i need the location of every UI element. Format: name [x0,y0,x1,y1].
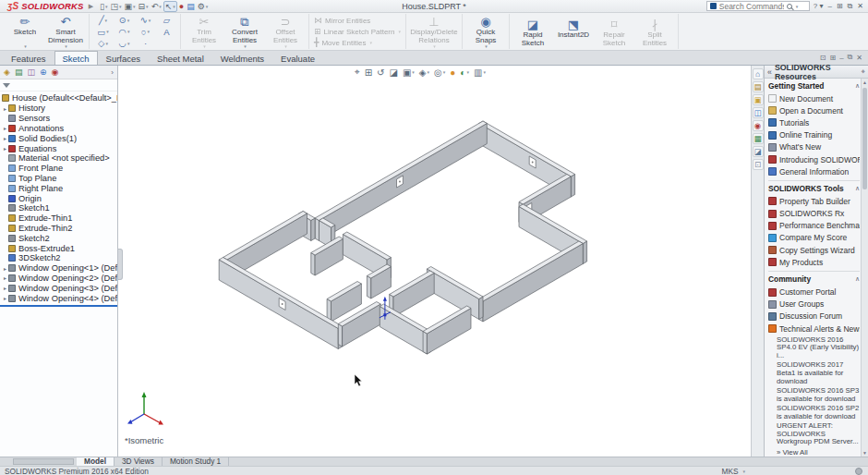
news-item-link[interactable]: URGENT ALERT: SOLIDWORKS Workgroup PDM S… [777,422,860,446]
compare-my-score-link[interactable]: Compare My Score [768,232,860,244]
new-file-icon[interactable]: ▯▾ [99,1,108,12]
search-input[interactable] [719,2,784,11]
collapse-section-icon[interactable]: ∧ [855,275,860,283]
performance-benchmark-test-link[interactable]: Performance Benchmark Test [768,220,860,232]
scrollbar-thumb[interactable] [862,88,867,189]
scroll-up-icon[interactable]: ▲ [862,79,867,85]
featuremanager-tree-tab[interactable]: ◈ [4,67,10,79]
print-icon[interactable]: ⊟▾ [138,1,150,12]
dropdown-caret-icon[interactable]: ▾ [127,41,130,46]
user-tags-tab[interactable]: ⊡ [753,159,764,170]
open-a-document-link[interactable]: Open a Document [768,104,860,116]
tags-icon[interactable] [855,468,862,475]
tab-sketch[interactable]: Sketch [54,51,98,65]
new-window-icon[interactable]: ⊞ [829,54,836,62]
tab-surfaces[interactable]: Surfaces [98,51,150,65]
tree-item-history[interactable]: ▸History [0,104,117,114]
expand-arrow-icon[interactable]: ▸ [2,145,8,152]
panel-splitter-handle[interactable] [118,249,123,280]
wall-face[interactable] [219,260,338,349]
slot-tool-button[interactable]: ◇▾ [92,37,114,49]
dropdown-caret-icon[interactable]: ▾ [106,29,109,34]
ellipse-tool-button[interactable]: ○▾ [135,26,156,38]
file-explorer-tab[interactable]: ▣ [753,94,764,105]
minimize-button[interactable]: – [827,1,831,12]
view-all-link[interactable]: » View All [777,448,860,457]
tree-item-sensors[interactable]: Sensors [0,114,117,124]
view-settings-button[interactable]: ▥▾ [474,67,486,78]
tree-item-window-opening-2-default[interactable]: ▸Window Opening<2> (Default) [0,274,117,284]
wall-face[interactable] [338,324,342,347]
tree-item-3dsketch2[interactable]: 3DSketch2 [0,253,117,263]
fillet-tool-button[interactable]: ◡▾ [114,37,135,49]
introducing-solidworks-link[interactable]: Introducing SOLIDWORKS [768,153,860,165]
tab-sheet-metal[interactable]: Sheet Metal [149,51,212,65]
dropdown-caret-icon[interactable]: ▾ [127,29,130,34]
dropdown-caret-icon[interactable]: ▾ [149,18,151,23]
built-in-libraries-tab[interactable]: ◪ [753,146,764,157]
tutorials-link[interactable]: Tutorials [768,116,860,128]
expand-arrow-icon[interactable]: ▸ [2,265,8,272]
expand-arrow-icon[interactable]: ▸ [2,285,8,291]
view-orientation-button[interactable]: ▣▾ [403,67,415,78]
tree-item-window-opening-3-default[interactable]: ▸Window Opening<3> (Default) [0,283,117,293]
hide-show-items-button[interactable]: ◎▾ [434,67,445,78]
what-s-new-link[interactable]: What's New [768,141,860,153]
dropdown-caret-icon[interactable]: ▾ [105,18,108,23]
tree-item-front-plane[interactable]: Front Plane [0,164,117,174]
circle-tool-button[interactable]: ⊙▾ [114,14,135,26]
wall-face[interactable] [583,241,586,264]
tree-item-top-plane[interactable]: Top Plane [0,174,117,184]
zoom-area-button[interactable]: ⊞ [365,67,372,78]
dropdown-caret-icon[interactable]: ▾ [159,1,162,12]
convert-entities-button[interactable]: ⧉ Convert Entities▾ [224,13,265,50]
view-palette-tab[interactable]: ◫ [753,107,764,118]
logo-flyout-arrow-icon[interactable]: ▶ [89,3,93,10]
pin-icon[interactable]: ⌖ [861,67,865,77]
sketch-button[interactable]: ✏ Sketch▾ [5,13,45,50]
expand-arrow-icon[interactable]: ▸ [2,125,8,131]
dimxpertmanager-tab[interactable]: ⊕ [40,67,47,79]
collapse-pane-icon[interactable]: « [767,67,772,77]
doc-tab-model[interactable]: Model [77,457,115,466]
tree-item-extrude-thin1[interactable]: Extrude-Thin1 [0,213,117,224]
dropdown-caret-icon[interactable]: ▾ [206,1,209,12]
file-properties-icon[interactable]: ▤ [186,1,196,12]
edit-appearance-button[interactable]: ● [450,67,455,78]
tree-item-window-opening-4-default[interactable]: ▸Window Opening<4> (Default) [0,293,117,303]
section-view-button[interactable]: ◪ [389,67,397,78]
dropdown-caret-icon[interactable]: ▾ [428,69,430,75]
wall-face[interactable] [367,276,370,299]
expand-arrow-icon[interactable]: ▸ [2,135,8,141]
custom-properties-tab[interactable]: ▦ [753,133,764,144]
apply-scene-button[interactable]: ◐▾ [460,67,469,78]
save-icon[interactable]: ▣▾ [124,1,137,12]
wall-face[interactable] [423,332,427,355]
tree-item-root[interactable]: House (Default<<Default>_Display State 1 [0,92,117,104]
expand-arrow-icon[interactable]: ▸ [2,274,8,281]
rectangle-tool-button[interactable]: ▭▾ [92,26,114,38]
doc-tab-3d-views[interactable]: 3D Views [115,457,163,466]
tree-item-right-plane[interactable]: Right Plane [0,183,117,193]
tab-evaluate[interactable]: Evaluate [272,51,323,65]
doc-tab-motion-study-1[interactable]: Motion Study 1 [163,457,229,466]
quick-snaps-button[interactable]: ◉ Quick Snaps▾ [465,13,506,50]
dropdown-caret-icon[interactable]: ▾ [148,29,151,34]
copy-settings-wizard-link[interactable]: Copy Settings Wizard [768,244,860,256]
section-header-solidworks-tools[interactable]: SOLIDWORKS Tools∧ [768,184,860,193]
wall-face[interactable] [483,244,583,323]
new-document-link[interactable]: New Document [768,92,860,104]
dropdown-caret-icon[interactable]: ▾ [412,69,415,75]
restore-doc-icon[interactable]: ⧉ [848,53,853,62]
open-file-icon[interactable]: ◳▾ [110,1,123,12]
spline-tool-button[interactable]: ∿▾ [135,14,156,26]
appearances-scenes-tab[interactable]: ◉ [753,120,764,131]
options-icon[interactable]: ⚙▾ [197,1,210,12]
tree-item-solid-bodies-1[interactable]: ▸Solid Bodies(1) [0,133,117,143]
close-doc-icon[interactable]: ✕ [856,54,862,62]
wall-face[interactable] [315,218,319,241]
display-style-button[interactable]: ◈▾ [419,67,429,78]
my-products-link[interactable]: My Products [768,256,860,268]
dropdown-caret-icon[interactable]: ▾ [127,18,130,23]
dropdown-caret-icon[interactable]: ▾ [105,41,108,46]
